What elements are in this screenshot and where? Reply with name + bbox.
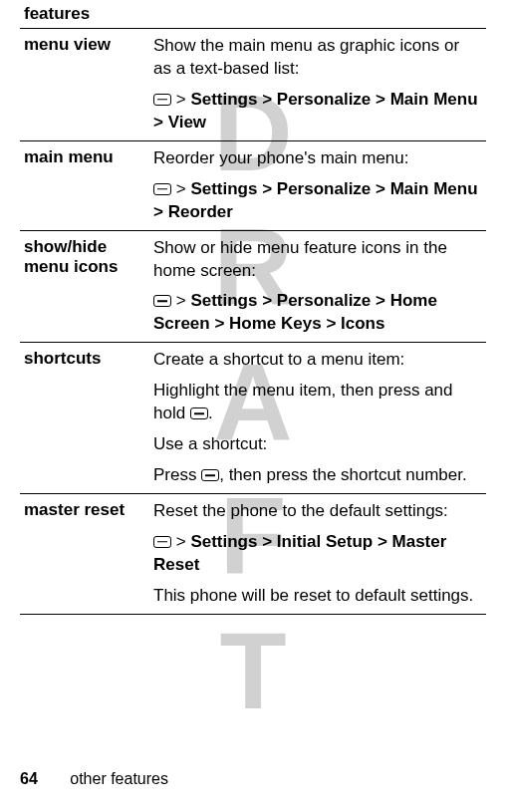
menu-key-icon xyxy=(153,536,171,548)
section-title: other features xyxy=(70,770,168,787)
table-row: main menu Reorder your phone's main menu… xyxy=(20,140,486,230)
desc-fragment: , then press the shortcut number. xyxy=(219,465,467,484)
desc-text: Press , then press the shortcut number. xyxy=(153,464,480,487)
menu-key-icon xyxy=(190,407,208,419)
desc-text: Show the main menu as graphic icons or a… xyxy=(153,35,480,81)
table-header-row: features xyxy=(20,0,486,29)
desc-text: Use a shortcut: xyxy=(153,433,480,456)
nav-path: > Settings > Personalize > Main Menu > R… xyxy=(153,178,480,224)
features-header: features xyxy=(20,0,486,29)
nav-path: > Settings > Personalize > Main Menu > V… xyxy=(153,89,480,135)
feature-desc: Create a shortcut to a menu item: Highli… xyxy=(149,343,486,494)
desc-fragment: Press xyxy=(153,465,201,484)
table-row: master reset Reset the phone to the defa… xyxy=(20,494,486,615)
desc-text: Reorder your phone's main menu: xyxy=(153,147,480,170)
desc-text: Highlight the menu item, then press and … xyxy=(153,380,480,425)
menu-key-icon xyxy=(153,94,171,106)
desc-fragment: . xyxy=(208,404,213,422)
path-text: Settings > Personalize > Main Menu > Reo… xyxy=(153,179,478,221)
menu-key-icon xyxy=(201,469,219,481)
menu-key-icon xyxy=(153,295,171,307)
feature-desc: Show the main menu as graphic icons or a… xyxy=(149,29,486,141)
path-text: Settings > Personalize > Home Screen > H… xyxy=(153,291,437,333)
feature-name: shortcuts xyxy=(20,343,149,494)
menu-key-icon xyxy=(153,183,171,195)
desc-text: This phone will be reset to default sett… xyxy=(153,585,480,608)
desc-text: Reset the phone to the default settings: xyxy=(153,500,480,523)
feature-name: master reset xyxy=(20,494,149,615)
feature-name: main menu xyxy=(20,140,149,230)
desc-text: Show or hide menu feature icons in the h… xyxy=(153,237,480,283)
feature-desc: Reset the phone to the default settings:… xyxy=(149,494,486,615)
nav-path: > Settings > Initial Setup > Master Rese… xyxy=(153,531,480,577)
feature-desc: Show or hide menu feature icons in the h… xyxy=(149,230,486,343)
page-number: 64 xyxy=(20,770,38,787)
nav-path: > Settings > Personalize > Home Screen >… xyxy=(153,290,480,336)
path-text: Settings > Personalize > Main Menu > Vie… xyxy=(153,90,478,132)
table-row: shortcuts Create a shortcut to a menu it… xyxy=(20,343,486,494)
feature-name: show/hide menu icons xyxy=(20,230,149,343)
table-row: show/hide menu icons Show or hide menu f… xyxy=(20,230,486,343)
features-table: features menu view Show the main menu as… xyxy=(20,0,486,615)
feature-name: menu view xyxy=(20,29,149,141)
page-content: features menu view Show the main menu as… xyxy=(0,0,506,615)
feature-desc: Reorder your phone's main menu: > Settin… xyxy=(149,140,486,230)
path-text: Settings > Initial Setup > Master Reset xyxy=(153,532,446,574)
page-footer: 64 other features xyxy=(20,770,168,788)
table-row: menu view Show the main menu as graphic … xyxy=(20,29,486,141)
desc-text: Create a shortcut to a menu item: xyxy=(153,349,480,372)
